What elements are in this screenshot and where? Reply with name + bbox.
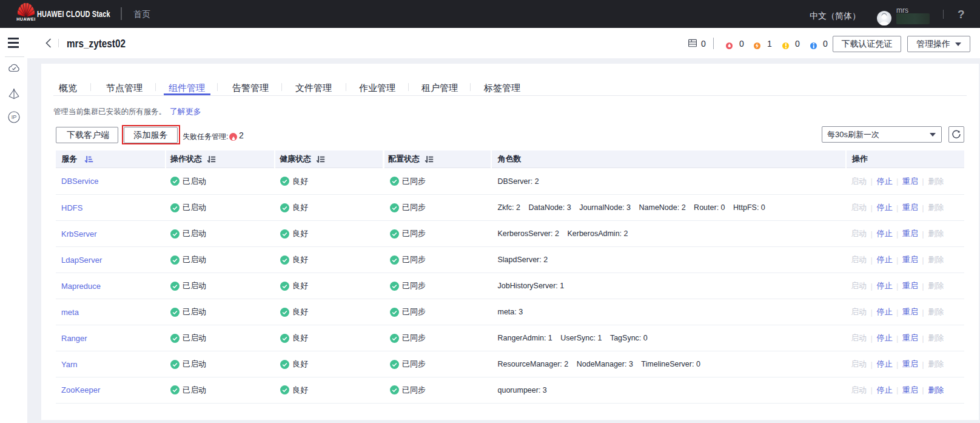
svg-text:IP: IP (12, 114, 17, 120)
